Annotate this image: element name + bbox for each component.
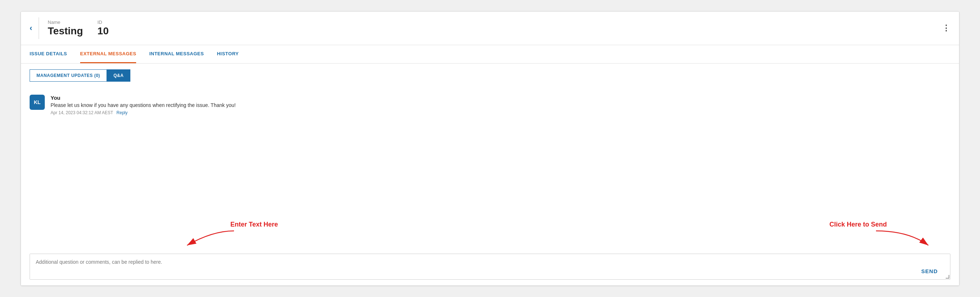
name-label: Name (48, 19, 83, 25)
tab-issue-details[interactable]: ISSUE DETAILS (30, 45, 67, 63)
tabs-bar: ISSUE DETAILS EXTERNAL MESSAGES INTERNAL… (21, 45, 959, 64)
annotation-click-here: Click Here to Send (829, 221, 887, 228)
annotation-layer: Enter Text Here Click Here to Send (21, 219, 959, 248)
message-area: KL You Please let us know if you have an… (21, 88, 959, 219)
input-area: SEND (21, 248, 959, 286)
message-text: Please let us know if you have any quest… (51, 102, 236, 108)
avatar: KL (30, 95, 45, 110)
arrow-send-icon (865, 229, 937, 247)
message-input[interactable] (30, 254, 914, 279)
name-value: Testing (48, 25, 83, 37)
annotation-input-wrapper: Enter Text Here Click Here to Send (21, 219, 959, 286)
message-meta: Apr 14, 2023 04:32:12 AM AEST Reply (51, 110, 236, 115)
message-timestamp: Apr 14, 2023 04:32:12 AM AEST (51, 110, 113, 115)
header-name-field: Name Testing (48, 19, 83, 37)
id-label: ID (97, 19, 109, 25)
sub-tab-qa[interactable]: Q&A (107, 69, 130, 81)
resize-handle (945, 254, 950, 279)
annotation-enter-text: Enter Text Here (231, 221, 278, 228)
header-id-field: ID 10 (97, 19, 109, 37)
resize-icon (946, 275, 949, 279)
input-row: SEND (30, 254, 950, 279)
app-container: ‹ Name Testing ID 10 ⋮ ISSUE DETAILS EXT… (0, 0, 980, 297)
more-options-button[interactable]: ⋮ (942, 24, 950, 33)
main-card: ‹ Name Testing ID 10 ⋮ ISSUE DETAILS EXT… (21, 11, 959, 286)
tab-history[interactable]: HISTORY (217, 45, 239, 63)
header-info: Name Testing ID 10 (48, 19, 942, 37)
message-item: KL You Please let us know if you have an… (30, 95, 950, 115)
tab-internal-messages[interactable]: INTERNAL MESSAGES (149, 45, 204, 63)
reply-link[interactable]: Reply (117, 110, 128, 115)
send-button[interactable]: SEND (914, 263, 945, 279)
tab-external-messages[interactable]: EXTERNAL MESSAGES (80, 45, 137, 63)
message-author: You (51, 95, 236, 101)
header-divider (39, 18, 39, 39)
header: ‹ Name Testing ID 10 ⋮ (21, 11, 959, 45)
message-content: You Please let us know if you have any q… (51, 95, 236, 115)
sub-tabs: MANAGEMENT UPDATES (0) Q&A (21, 64, 959, 88)
back-button[interactable]: ‹ (30, 24, 32, 33)
arrow-enter-text-icon (176, 229, 241, 247)
id-value: 10 (97, 25, 109, 37)
sub-tab-management-updates[interactable]: MANAGEMENT UPDATES (0) (30, 69, 107, 81)
